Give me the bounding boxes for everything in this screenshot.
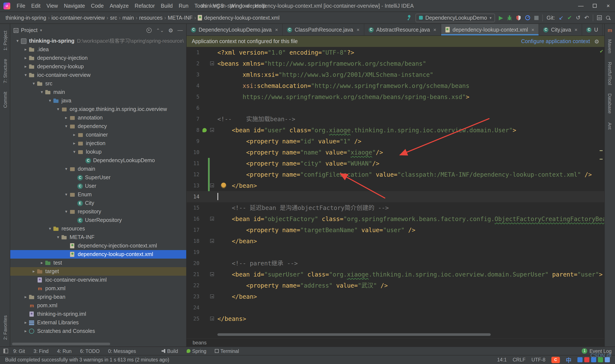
fold-marker-icon[interactable] — [210, 183, 214, 187]
fold-marker-icon[interactable] — [210, 272, 214, 276]
toolwindow-button-terminal[interactable]: Terminal — [215, 348, 239, 353]
tool-button-commit[interactable]: Commit — [2, 88, 7, 112]
line-ending-indicator[interactable]: CRLF — [513, 357, 525, 362]
tree-item-spring-bean[interactable]: ▸spring-bean — [10, 293, 186, 301]
collapse-all-icon[interactable]: ⌃⌄ — [156, 27, 164, 33]
expand-arrow-icon[interactable]: ▾ — [23, 71, 29, 79]
fold-marker-icon[interactable] — [210, 217, 214, 221]
tree-item-dependency-lookup[interactable]: ▸dependency-lookup — [10, 62, 186, 71]
tab-close-icon[interactable]: × — [357, 27, 360, 33]
expand-arrow-icon[interactable]: ▾ — [47, 224, 53, 233]
code-line-1[interactable]: 1<?xml version="1.0" encoding="UTF-8"?> — [187, 47, 604, 58]
expand-arrow-icon[interactable]: ▾ — [63, 190, 69, 199]
expand-arrow-icon[interactable]: ▾ — [71, 148, 77, 156]
tree-item-org-xiaoge-thinking-in-spring-ioc-overview[interactable]: ▾org.xiaoge.thinking.in.spring.ioc.overv… — [10, 105, 186, 114]
tree-item-injection[interactable]: ▸injection — [10, 139, 186, 148]
code-editor[interactable]: 1<?xml version="1.0" encoding="UTF-8"?>2… — [187, 47, 604, 338]
gear-icon[interactable]: ⚙ — [168, 27, 173, 34]
expand-arrow-icon[interactable]: ▾ — [63, 122, 69, 130]
code-line-24[interactable]: 24 — [187, 302, 604, 313]
expand-arrow-icon[interactable]: ▸ — [23, 45, 29, 54]
tree-item-src[interactable]: ▾src — [10, 79, 186, 88]
expand-arrow-icon[interactable]: ▾ — [47, 96, 53, 105]
tree-item-ioc-container-overview[interactable]: ▾ioc-container-overview — [10, 71, 186, 79]
breadcrumb-item-file[interactable]: dependency-lookup-context.xml — [197, 15, 281, 21]
breadcrumb-tag[interactable]: beans — [193, 340, 206, 346]
tree-item-target[interactable]: ▸target — [10, 267, 186, 276]
tree-item-java[interactable]: ▾java — [10, 96, 186, 105]
menu-navigate[interactable]: Navigate — [61, 3, 88, 9]
coverage-button-icon[interactable] — [516, 15, 521, 21]
fold-marker-icon[interactable] — [210, 239, 214, 243]
toolwindow-button-9-git[interactable]: 9: Git — [13, 348, 25, 353]
editor-tab-u[interactable]: CU — [582, 24, 603, 35]
editor-tab-city-java[interactable]: CCity.java× — [539, 24, 582, 35]
code-line-16[interactable]: 16 <bean id="objectFactory" class="org.s… — [187, 213, 604, 224]
menu-window[interactable]: Window — [227, 3, 252, 9]
code-line-14[interactable]: 14 — [187, 191, 604, 202]
locate-file-icon[interactable] — [147, 28, 152, 33]
expand-arrow-icon[interactable]: ▾ — [55, 233, 61, 242]
code-line-10[interactable]: 10 <property name="name" value="xiaoge"/… — [187, 147, 604, 158]
expand-arrow-icon[interactable]: ▸ — [23, 293, 29, 301]
code-line-23[interactable]: 23 </bean> — [187, 291, 604, 302]
tree-item-test[interactable]: ▸test — [10, 259, 186, 267]
breadcrumb-item-resources[interactable]: resources — [138, 15, 164, 21]
tree-item-resources[interactable]: ▾resources — [10, 224, 186, 233]
maximize-button-icon[interactable] — [588, 0, 601, 12]
menu-run[interactable]: Run — [176, 3, 192, 9]
tree-item-external-libraries[interactable]: ▸External Libraries — [10, 318, 186, 327]
git-rollback-icon[interactable]: ↶ — [584, 15, 589, 21]
gear-icon[interactable]: ⚙ — [594, 38, 599, 45]
code-line-19[interactable]: 19 — [187, 247, 604, 258]
code-line-12[interactable]: 12 <property name="configFileLocation" v… — [187, 169, 604, 180]
status-message[interactable]: Build completed successfully with 3 warn… — [5, 357, 169, 362]
search-everywhere-icon[interactable] — [606, 15, 611, 20]
caret-position[interactable]: 14:1 — [497, 357, 507, 362]
toolwindow-button-spring[interactable]: Spring — [187, 348, 206, 353]
code-line-22[interactable]: 22 <property name="address" value="武汉" /… — [187, 280, 604, 291]
menu-help[interactable]: Help — [252, 3, 269, 9]
tool-button-maven[interactable]: Maven — [607, 35, 613, 58]
menu-edit[interactable]: Edit — [28, 3, 43, 9]
menu-view[interactable]: View — [43, 3, 61, 9]
breadcrumb-item-main[interactable]: main — [121, 15, 135, 21]
spring-bean-gutter-icon[interactable] — [202, 128, 207, 132]
tree-item-pom-xml[interactable]: mpom.xml — [10, 301, 186, 310]
profiler-button-icon[interactable] — [525, 15, 530, 21]
tree-item-main[interactable]: ▾main — [10, 88, 186, 96]
fold-marker-icon[interactable] — [210, 128, 214, 132]
fold-marker-icon[interactable] — [210, 317, 214, 321]
editor-tab-dependency-lookup-context-xml[interactable]: dependency-lookup-context.xml× — [441, 24, 539, 35]
code-line-18[interactable]: 18 </bean> — [187, 235, 604, 247]
breadcrumb-item-thinking-in-spring[interactable]: thinking-in-spring — [4, 15, 47, 21]
tree-item-pom-xml[interactable]: mpom.xml — [10, 284, 186, 293]
tree-item-city[interactable]: ECity — [10, 199, 186, 208]
expand-arrow-icon[interactable]: ▾ — [39, 88, 45, 96]
git-commit-icon[interactable]: ✔ — [567, 15, 572, 21]
tab-close-icon[interactable]: × — [531, 27, 534, 33]
tree-item-dependencylookupdemo[interactable]: CDependencyLookupDemo — [10, 156, 186, 165]
code-line-20[interactable]: 20 <!-- parent继承 --> — [187, 258, 604, 269]
tool-windows-toggle-icon[interactable] — [3, 349, 8, 353]
tool-button-2-favorites[interactable]: 2: Favorites — [2, 311, 7, 344]
expand-arrow-icon[interactable]: ▸ — [31, 267, 37, 276]
inspections-ok-icon[interactable]: ✔ — [600, 49, 603, 54]
code-line-21[interactable]: 21 <bean id="superUser" class="org.xiaog… — [187, 269, 604, 280]
expand-arrow-icon[interactable]: ▾ — [63, 165, 69, 173]
code-line-11[interactable]: 11 <property name="city" value="WUHAN"/> — [187, 158, 604, 169]
typo-stripe-mark[interactable] — [600, 159, 603, 160]
tree-item-superuser[interactable]: CSuperUser — [10, 173, 186, 182]
tree-item-annotation[interactable]: ▸annotation — [10, 114, 186, 122]
minimize-button-icon[interactable]: — — [574, 0, 588, 12]
expand-arrow-icon[interactable]: ▸ — [23, 54, 29, 62]
code-line-5[interactable]: 5 https://www.springframework.org/schema… — [187, 91, 604, 103]
git-update-icon[interactable]: ↙ — [559, 15, 563, 21]
breadcrumb-item-src[interactable]: src — [109, 15, 118, 21]
code-line-6[interactable]: 6 — [187, 103, 604, 114]
breadcrumb-item-ioc-container-overview[interactable]: ioc-container-overview — [50, 15, 106, 21]
tree-item-idea[interactable]: ▸.idea — [10, 45, 186, 54]
tree-item-dependency-injection-context-xml[interactable]: dependency-injection-context.xml — [10, 242, 186, 250]
debug-button-icon[interactable] — [507, 15, 512, 21]
event-log-button[interactable]: 1 Event Log — [582, 348, 612, 354]
